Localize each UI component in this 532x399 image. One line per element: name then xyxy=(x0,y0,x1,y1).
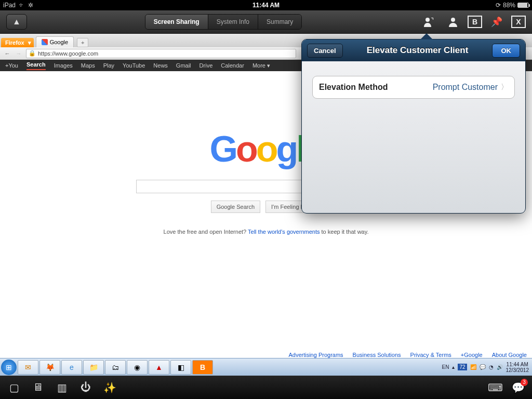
ok-button[interactable]: OK xyxy=(492,44,520,58)
nav-back-icon[interactable]: ← xyxy=(3,50,11,57)
taskbar-firefox-icon[interactable]: 🦊 xyxy=(39,360,60,375)
pin-icon[interactable]: 📌 xyxy=(487,14,506,30)
gbar-calendar[interactable]: Calendar xyxy=(221,62,244,69)
bomgar-icon[interactable]: B xyxy=(468,16,482,28)
taskbar-pdf-icon[interactable]: ▲ xyxy=(149,360,169,375)
address-bar[interactable]: 🔒 https://www.google.com xyxy=(26,49,296,58)
google-favicon-icon xyxy=(42,39,48,45)
back-button[interactable]: ▲ xyxy=(6,14,27,30)
power-icon[interactable]: ⏻ xyxy=(79,381,92,394)
lock-icon: 🔒 xyxy=(29,50,36,57)
system-tray: EN ▴ 72 📶 💬 ◔ 🔊 11:44 AM 12/3/2012 xyxy=(442,362,531,373)
tray-volume-icon[interactable]: 🔊 xyxy=(497,364,503,370)
keyboard-icon[interactable]: ⌨ xyxy=(488,381,502,394)
footer-plusgoogle[interactable]: +Google xyxy=(461,352,483,358)
taskbar-media-icon[interactable]: ◉ xyxy=(127,360,148,375)
wifi-icon: ᯤ xyxy=(19,2,25,9)
footer-privacy[interactable]: Privacy & Terms xyxy=(410,352,451,358)
battery-icon xyxy=(517,3,529,8)
svg-point-1 xyxy=(451,18,455,22)
gbar-maps[interactable]: Maps xyxy=(81,62,95,69)
user-icon[interactable] xyxy=(444,14,462,30)
tab-screen-sharing[interactable]: Screen Sharing xyxy=(145,15,208,29)
elevation-method-row[interactable]: Elevation Method Prompt Customer 〉 xyxy=(312,76,515,99)
elevate-client-popover: Cancel Elevate Customer Client OK Elevat… xyxy=(301,39,526,214)
google-footer: Advertising Programs Business Solutions … xyxy=(288,352,527,358)
tray-clock[interactable]: 11:44 AM 12/3/2012 xyxy=(506,362,529,373)
tab-summary[interactable]: Summary xyxy=(258,15,301,29)
svg-point-0 xyxy=(425,18,430,22)
windows-taskbar: ⊞ ✉ 🦊 e 📁 🗂 ◉ ▲ ◧ B EN ▴ 72 📶 💬 ◔ 🔊 11:4… xyxy=(0,358,532,376)
taskbar-ie-icon[interactable]: e xyxy=(61,360,82,375)
display-icon[interactable]: ▥ xyxy=(55,381,69,394)
chat-icon[interactable]: 💬 xyxy=(511,381,525,394)
new-tab-button[interactable]: + xyxy=(77,38,88,47)
bottom-toolbar: ▢ 🖥 ▥ ⏻ ✨ ⌨ 💬 xyxy=(0,376,532,399)
fullscreen-icon[interactable]: ▢ xyxy=(7,381,21,394)
gbar-news[interactable]: News xyxy=(153,62,168,69)
taskbar-explorer-icon[interactable]: 📁 xyxy=(83,360,104,375)
screens-icon[interactable]: 🖥 xyxy=(31,381,45,394)
elevate-client-icon[interactable] xyxy=(420,14,438,30)
url-text: https://www.google.com xyxy=(38,50,98,57)
orientation-lock-icon: ⟳ xyxy=(496,2,501,9)
footer-advertising[interactable]: Advertising Programs xyxy=(288,352,343,358)
footer-about[interactable]: About Google xyxy=(492,352,527,358)
battery-pct: 88% xyxy=(503,2,515,9)
actions-icon[interactable]: ✨ xyxy=(103,381,116,394)
ios-status-bar: iPad ᯤ ✲ 11:44 AM ⟳ 88% xyxy=(0,0,532,10)
google-message-link[interactable]: Tell the world's governments xyxy=(248,229,320,235)
gbar-search[interactable]: Search xyxy=(26,61,46,70)
popover-title: Elevate Customer Client xyxy=(367,45,469,56)
gbar-play[interactable]: Play xyxy=(103,62,114,69)
activity-icon: ✲ xyxy=(28,2,33,9)
google-search-button[interactable]: Google Search xyxy=(211,201,260,213)
taskbar-folder-icon[interactable]: 🗂 xyxy=(105,360,126,375)
gbar-youtube[interactable]: YouTube xyxy=(123,62,145,69)
tray-arrow-icon[interactable]: ▴ xyxy=(452,364,455,370)
browser-tab-google[interactable]: Google xyxy=(36,36,74,47)
tray-network-icon[interactable]: 📶 xyxy=(470,364,476,370)
app-toolbar: ▲ Screen Sharing System Info Summary B 📌… xyxy=(0,10,532,34)
close-session-icon[interactable]: X xyxy=(511,16,526,28)
taskbar-outlook-icon[interactable]: ✉ xyxy=(18,360,38,375)
gbar-you[interactable]: +You xyxy=(5,62,18,69)
nav-forward-icon[interactable]: → xyxy=(15,50,23,57)
gbar-images[interactable]: Images xyxy=(54,62,73,69)
gbar-gmail[interactable]: Gmail xyxy=(176,62,191,69)
status-time: 11:44 AM xyxy=(252,2,280,9)
elevation-method-value: Prompt Customer xyxy=(433,83,498,92)
taskbar-app-icon[interactable]: ◧ xyxy=(170,360,191,375)
tab-title: Google xyxy=(50,39,68,45)
tray-lang[interactable]: EN xyxy=(442,364,449,370)
taskbar-bomgar-icon[interactable]: B xyxy=(192,360,213,375)
gbar-drive[interactable]: Drive xyxy=(200,62,213,69)
tray-temp[interactable]: 72 xyxy=(458,364,467,370)
view-segmented-control: Screen Sharing System Info Summary xyxy=(145,14,302,30)
tray-av-icon[interactable]: ◔ xyxy=(489,364,494,370)
chevron-right-icon: 〉 xyxy=(501,83,508,92)
google-message: Love the free and open Internet? Tell th… xyxy=(164,229,369,235)
tab-system-info[interactable]: System Info xyxy=(208,15,258,29)
tray-chat-icon[interactable]: 💬 xyxy=(480,364,486,370)
firefox-menu-button[interactable]: Firefox xyxy=(1,38,34,47)
gbar-more[interactable]: More ▾ xyxy=(252,62,270,69)
cancel-button[interactable]: Cancel xyxy=(307,44,343,58)
carrier-label: iPad xyxy=(3,2,16,9)
footer-business[interactable]: Business Solutions xyxy=(353,352,401,358)
start-button[interactable]: ⊞ xyxy=(1,360,17,375)
elevation-method-label: Elevation Method xyxy=(319,83,388,92)
popover-header: Cancel Elevate Customer Client OK xyxy=(302,39,525,61)
